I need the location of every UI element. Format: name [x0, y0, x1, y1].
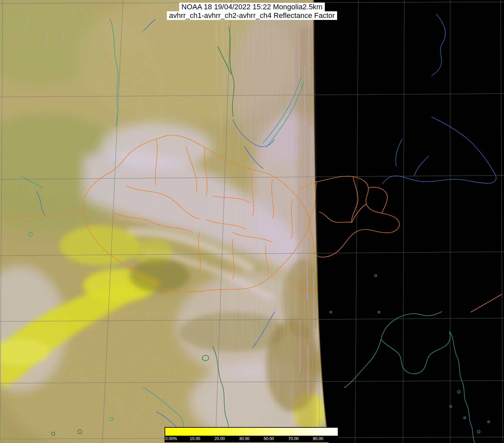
colorbar-label: 70.00: [288, 436, 313, 442]
satellite-image-viewport: NOAA 18 19/04/2022 15:22 Mongolia2.5km a…: [0, 0, 504, 443]
colorbar-label: 20.00: [214, 436, 239, 442]
colorbar-labels: 0.00% 10.00 20.00 30.00 50.00 70.00 90.0…: [165, 436, 338, 442]
land-region: [0, 0, 336, 443]
colorbar-label: 30.00: [239, 436, 264, 442]
streak-texture-top: [0, 0, 316, 50]
colorbar: 0.00% 10.00 20.00 30.00 50.00 70.00 90.0…: [165, 427, 338, 442]
colorbar-label: 90.00: [313, 436, 337, 442]
colorbar-label: 50.00: [264, 436, 288, 442]
satellite-map: [0, 0, 504, 443]
colorbar-label: 0.00%: [165, 436, 190, 442]
colorbar-label: 10.00: [190, 436, 214, 442]
colorbar-gradient: [165, 428, 338, 436]
